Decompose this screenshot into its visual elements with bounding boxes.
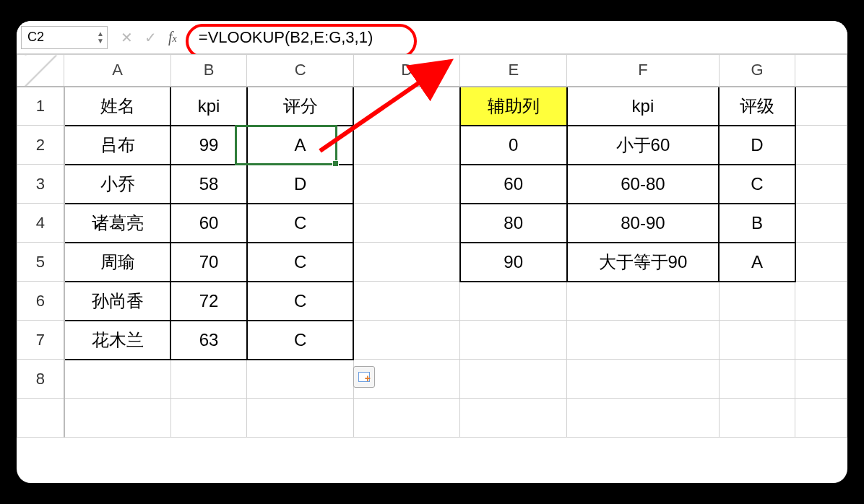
cell[interactable] bbox=[353, 204, 460, 243]
name-box-spinner[interactable]: ▲ ▼ bbox=[97, 27, 104, 48]
cell[interactable]: A bbox=[719, 243, 795, 282]
cell[interactable]: 吕布 bbox=[64, 126, 171, 165]
row-header[interactable]: 1 bbox=[17, 87, 64, 126]
cell[interactable]: 99 bbox=[170, 126, 246, 165]
cell[interactable] bbox=[460, 321, 567, 360]
cell[interactable] bbox=[795, 126, 847, 165]
cell[interactable] bbox=[353, 282, 460, 321]
cell[interactable]: 花木兰 bbox=[64, 321, 171, 360]
cell[interactable]: 70 bbox=[170, 243, 246, 282]
cell[interactable] bbox=[567, 321, 720, 360]
col-header-E[interactable]: E bbox=[460, 55, 567, 87]
cell[interactable]: 80-90 bbox=[567, 204, 720, 243]
formula-input[interactable]: =VLOOKUP(B2,E:G,3,1) bbox=[186, 25, 843, 50]
cell[interactable]: 60-80 bbox=[567, 165, 720, 204]
cell-selected[interactable]: A bbox=[247, 126, 354, 165]
paste-options-icon[interactable]: + bbox=[353, 366, 375, 388]
cell[interactable]: 63 bbox=[170, 321, 246, 360]
cell[interactable]: 60 bbox=[170, 204, 246, 243]
fx-icon[interactable]: fx bbox=[168, 29, 177, 45]
cell[interactable]: 72 bbox=[170, 282, 246, 321]
cell[interactable] bbox=[795, 204, 847, 243]
row-header[interactable]: 7 bbox=[17, 321, 64, 360]
cell[interactable] bbox=[460, 282, 567, 321]
row-header[interactable]: 6 bbox=[17, 282, 64, 321]
col-header-B[interactable]: B bbox=[170, 55, 246, 87]
cell[interactable] bbox=[353, 87, 460, 126]
cell[interactable] bbox=[247, 360, 354, 399]
cell[interactable]: C bbox=[247, 321, 354, 360]
cell[interactable]: 小乔 bbox=[64, 165, 171, 204]
cell[interactable]: 辅助列 bbox=[460, 87, 567, 126]
select-all-corner[interactable] bbox=[17, 55, 64, 87]
cell[interactable]: C bbox=[247, 243, 354, 282]
col-header-C[interactable]: C bbox=[247, 55, 354, 87]
cell[interactable] bbox=[460, 360, 567, 399]
cell[interactable]: 评级 bbox=[719, 87, 795, 126]
col-header-end[interactable] bbox=[795, 55, 847, 87]
cell[interactable]: 诸葛亮 bbox=[64, 204, 171, 243]
row-header[interactable]: 2 bbox=[17, 126, 64, 165]
cell[interactable]: B bbox=[719, 204, 795, 243]
row-header[interactable]: 4 bbox=[17, 204, 64, 243]
name-box[interactable]: C2 ▲ ▼ bbox=[21, 26, 108, 49]
cell[interactable] bbox=[170, 399, 246, 438]
col-header-A[interactable]: A bbox=[64, 55, 171, 87]
spin-up-icon[interactable]: ▲ bbox=[97, 30, 104, 38]
cell[interactable]: D bbox=[247, 165, 354, 204]
col-header-F[interactable]: F bbox=[567, 55, 720, 87]
cell[interactable] bbox=[719, 399, 795, 438]
row-header[interactable]: 5 bbox=[17, 243, 64, 282]
cell[interactable] bbox=[719, 360, 795, 399]
cell[interactable]: 80 bbox=[460, 204, 567, 243]
cell[interactable]: C bbox=[247, 204, 354, 243]
cell[interactable] bbox=[64, 399, 171, 438]
cell[interactable]: kpi bbox=[567, 87, 720, 126]
cell[interactable] bbox=[567, 282, 720, 321]
cell[interactable] bbox=[795, 360, 847, 399]
cell[interactable]: 小于60 bbox=[567, 126, 720, 165]
cell[interactable] bbox=[170, 360, 246, 399]
cell[interactable] bbox=[795, 243, 847, 282]
cell[interactable]: D bbox=[719, 126, 795, 165]
cell[interactable]: 58 bbox=[170, 165, 246, 204]
cell[interactable]: 大于等于90 bbox=[567, 243, 720, 282]
cell[interactable]: 90 bbox=[460, 243, 567, 282]
cell[interactable]: 60 bbox=[460, 165, 567, 204]
row-header[interactable]: 3 bbox=[17, 165, 64, 204]
cell[interactable]: kpi bbox=[170, 87, 246, 126]
cell[interactable] bbox=[795, 87, 847, 126]
grid-area: A B C D E F G 1 姓名 kpi 评分 辅 bbox=[17, 54, 847, 483]
cell[interactable]: C bbox=[719, 165, 795, 204]
spreadsheet-grid[interactable]: A B C D E F G 1 姓名 kpi 评分 辅 bbox=[17, 54, 847, 438]
cell[interactable] bbox=[64, 360, 171, 399]
cell[interactable] bbox=[719, 321, 795, 360]
col-header-G[interactable]: G bbox=[719, 55, 795, 87]
cell[interactable] bbox=[567, 399, 720, 438]
row-header[interactable] bbox=[17, 399, 64, 438]
cell[interactable]: 孙尚香 bbox=[64, 282, 171, 321]
cell[interactable] bbox=[353, 165, 460, 204]
cell[interactable]: 评分 bbox=[247, 87, 354, 126]
cell[interactable]: C bbox=[247, 282, 354, 321]
cell[interactable] bbox=[719, 282, 795, 321]
col-header-D[interactable]: D bbox=[353, 55, 460, 87]
cancel-icon[interactable]: ✕ bbox=[121, 29, 133, 46]
cell[interactable] bbox=[353, 243, 460, 282]
cell[interactable] bbox=[460, 399, 567, 438]
cell[interactable]: 周瑜 bbox=[64, 243, 171, 282]
spin-down-icon[interactable]: ▼ bbox=[97, 38, 104, 45]
cell[interactable] bbox=[795, 282, 847, 321]
cell[interactable] bbox=[567, 360, 720, 399]
cell[interactable] bbox=[795, 321, 847, 360]
cell[interactable] bbox=[353, 126, 460, 165]
row-header[interactable]: 8 bbox=[17, 360, 64, 399]
cell[interactable] bbox=[353, 321, 460, 360]
cell[interactable] bbox=[353, 399, 460, 438]
cell[interactable]: 姓名 bbox=[64, 87, 171, 126]
cell[interactable] bbox=[795, 165, 847, 204]
cell[interactable] bbox=[795, 399, 847, 438]
confirm-icon[interactable]: ✓ bbox=[144, 29, 157, 46]
cell[interactable]: 0 bbox=[460, 126, 567, 165]
cell[interactable] bbox=[247, 399, 354, 438]
